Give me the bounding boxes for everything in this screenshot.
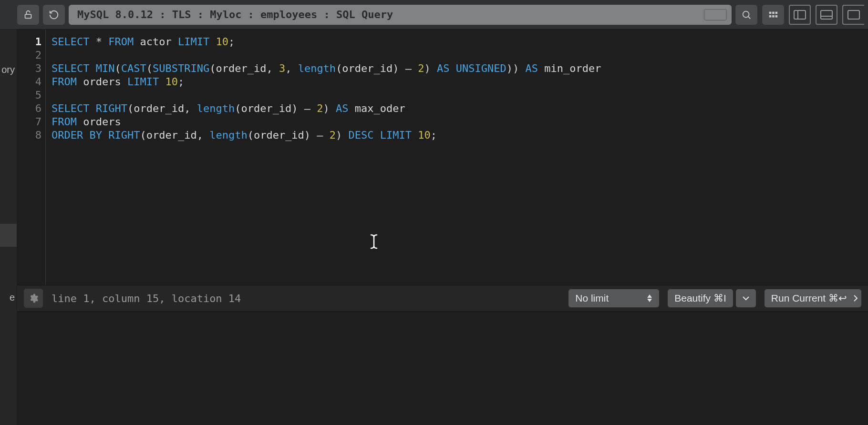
grid-icon [768,10,778,20]
beautify-button-group: Beautify ⌘I [668,289,756,307]
panel-left-button[interactable] [789,5,811,25]
svg-marker-16 [647,299,652,302]
top-toolbar: MySQL 8.0.12 : TLS : Myloc : employees :… [0,0,868,30]
toolbar-left-spacer [4,5,13,25]
code-line[interactable]: SELECT RIGHT(order_id, length(order_id) … [52,102,868,115]
refresh-button[interactable] [43,5,65,25]
svg-rect-8 [775,15,778,17]
line-number: 5 [17,89,41,102]
code-line[interactable] [52,89,868,102]
results-pane[interactable] [17,312,868,425]
svg-rect-11 [821,10,832,19]
search-icon [741,10,752,20]
cursor-position-text: line 1, column 15, location 14 [52,293,560,304]
refresh-icon [49,10,59,20]
line-number: 3 [17,62,41,75]
line-number: 7 [17,115,41,129]
beautify-menu-button[interactable] [736,289,756,307]
settings-button[interactable] [24,289,43,308]
sidebar-item-label: ory [1,64,15,75]
line-number: 1 [17,35,41,49]
code-line[interactable]: FROM orders LIMIT 10; [52,75,868,89]
code-line[interactable]: ORDER BY RIGHT(order_id, length(order_id… [52,129,868,142]
breadcrumb-badge [704,9,727,20]
svg-rect-4 [772,11,775,14]
svg-rect-0 [25,14,31,18]
run-current-button[interactable]: Run Current ⌘↩ [765,289,861,307]
chevron-right-icon [853,294,858,302]
beautify-button[interactable]: Beautify ⌘I [668,289,733,307]
line-number: 6 [17,102,41,115]
svg-point-1 [743,11,749,17]
toolbar-right-group [735,5,864,25]
sidebar: ory e [0,30,17,425]
limit-label: No limit [575,293,609,304]
lock-open-icon [23,10,33,20]
editor-gutter: 12345678 [17,30,46,285]
svg-rect-9 [794,10,806,19]
updown-icon [647,294,652,302]
beautify-label: Beautify ⌘I [674,293,726,304]
line-number: 4 [17,75,41,89]
main-area: ory e 12345678 SELECT * FROM actor LIMIT… [0,30,868,425]
code-line[interactable] [52,49,868,62]
grid-view-button[interactable] [762,5,784,25]
sidebar-item-label: e [10,292,15,303]
gear-icon [28,293,39,304]
editor-status-bar: line 1, column 15, location 14 No limit … [17,285,868,312]
svg-rect-5 [775,11,778,14]
sidebar-item-selected[interactable] [0,224,17,247]
connection-breadcrumb[interactable]: MySQL 8.0.12 : TLS : Myloc : employees :… [69,5,732,25]
panel-right-button[interactable] [842,5,864,25]
line-number: 2 [17,49,41,62]
lock-button[interactable] [17,5,39,25]
editor-code[interactable]: SELECT * FROM actor LIMIT 10;SELECT MIN(… [46,30,868,285]
sidebar-item-1[interactable]: e [0,284,17,311]
svg-rect-3 [769,11,772,14]
chevron-down-icon [742,296,750,301]
limit-dropdown[interactable]: No limit [568,289,659,307]
panel-right-icon [847,10,860,20]
svg-rect-13 [848,10,859,19]
code-line[interactable]: SELECT * FROM actor LIMIT 10; [52,35,868,49]
run-label: Run Current ⌘↩ [771,293,847,304]
svg-marker-15 [647,294,652,298]
sidebar-item-0[interactable]: ory [0,58,17,81]
panel-bottom-button[interactable] [816,5,837,25]
svg-line-2 [748,17,750,19]
svg-rect-7 [772,15,775,17]
text-cursor-icon [369,233,379,250]
content-column: 12345678 SELECT * FROM actor LIMIT 10;SE… [17,30,868,425]
code-line[interactable]: FROM orders [52,115,868,129]
code-line[interactable]: SELECT MIN(CAST(SUBSTRING(order_id, 3, l… [52,62,868,75]
sql-editor[interactable]: 12345678 SELECT * FROM actor LIMIT 10;SE… [17,30,868,285]
panel-left-icon [794,10,806,20]
breadcrumb-text: MySQL 8.0.12 : TLS : Myloc : employees :… [77,9,393,20]
panel-bottom-icon [820,10,833,20]
svg-rect-6 [769,15,772,17]
line-number: 8 [17,129,41,142]
search-button[interactable] [735,5,757,25]
